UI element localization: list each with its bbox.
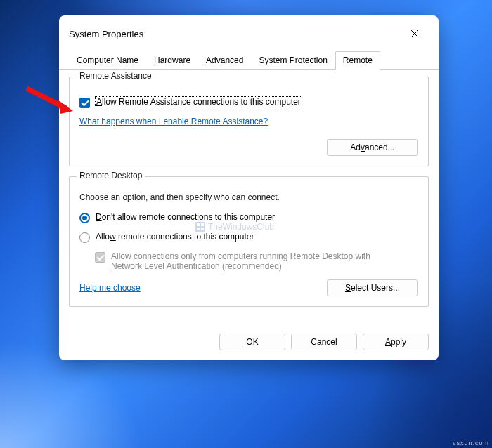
nla-label: Allow connections only from computers ru… bbox=[111, 251, 378, 271]
tab-remote[interactable]: Remote bbox=[335, 51, 380, 70]
allow-remote-assistance-label[interactable]: Allow Remote Assistance connections to t… bbox=[96, 97, 302, 107]
radio-dont-allow-label[interactable]: Don't allow remote connections to this c… bbox=[96, 212, 275, 222]
tab-content-remote: Remote Assistance Allow Remote Assistanc… bbox=[59, 70, 439, 327]
radio-allow-label[interactable]: Allow remote connections to this compute… bbox=[96, 232, 254, 242]
tab-hardware[interactable]: Hardware bbox=[146, 51, 198, 70]
allow-remote-assistance-checkbox[interactable] bbox=[79, 98, 90, 108]
titlebar: System Properties bbox=[59, 15, 439, 51]
remote-assistance-legend: Remote Assistance bbox=[77, 71, 155, 81]
apply-button[interactable]: Apply bbox=[363, 334, 429, 350]
remote-desktop-desc: Choose an option, and then specify who c… bbox=[79, 192, 418, 202]
tab-advanced[interactable]: Advanced bbox=[198, 51, 251, 70]
remote-desktop-legend: Remote Desktop bbox=[77, 171, 145, 180]
dialog-button-row: OK Cancel Apply bbox=[59, 327, 439, 360]
footer-credit: vsxdn.com bbox=[453, 440, 489, 447]
advanced-button[interactable]: Advanced... bbox=[327, 139, 418, 156]
tab-system-protection[interactable]: System Protection bbox=[251, 51, 335, 70]
close-button[interactable] bbox=[401, 24, 429, 44]
ok-button[interactable]: OK bbox=[219, 334, 285, 350]
annotation-arrow bbox=[22, 83, 79, 118]
select-users-button[interactable]: Select Users... bbox=[327, 279, 418, 296]
tab-computer-name[interactable]: Computer Name bbox=[69, 51, 146, 70]
cancel-button[interactable]: Cancel bbox=[291, 334, 357, 350]
window-title: System Properties bbox=[69, 29, 401, 39]
radio-dont-allow[interactable] bbox=[79, 213, 90, 223]
help-me-choose-link[interactable]: Help me choose bbox=[79, 283, 141, 293]
remote-assistance-group: Remote Assistance Allow Remote Assistanc… bbox=[69, 77, 429, 166]
remote-desktop-group: Remote Desktop Choose an option, and the… bbox=[69, 176, 429, 307]
radio-allow[interactable] bbox=[79, 232, 90, 243]
close-icon bbox=[410, 29, 419, 38]
system-properties-dialog: System Properties Computer Name Hardware… bbox=[59, 15, 439, 360]
remote-assistance-help-link[interactable]: What happens when I enable Remote Assist… bbox=[79, 117, 268, 126]
tab-strip: Computer Name Hardware Advanced System P… bbox=[59, 51, 439, 70]
nla-checkbox bbox=[95, 252, 105, 263]
